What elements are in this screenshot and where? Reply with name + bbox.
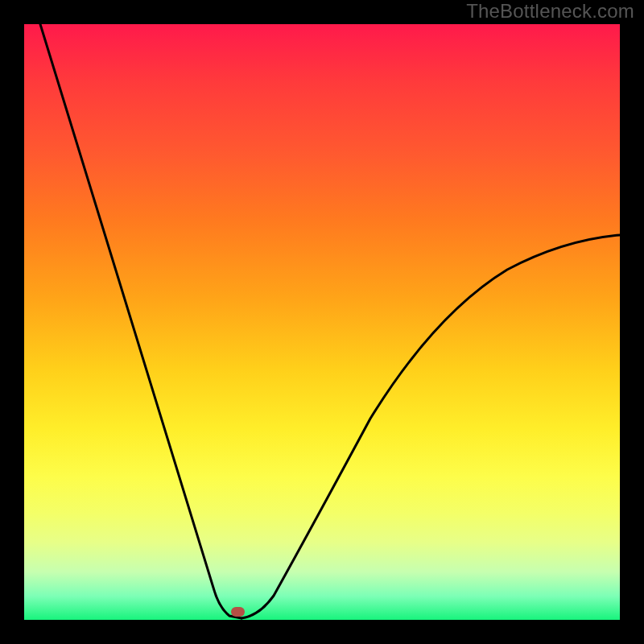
chart-container: TheBottleneck.com	[0, 0, 644, 644]
curve-right-branch	[242, 235, 620, 618]
curve-svg	[24, 24, 620, 620]
plot-area	[24, 24, 620, 620]
watermark-text: TheBottleneck.com	[466, 0, 634, 23]
curve-left-branch	[40, 24, 242, 618]
optimal-point-marker	[231, 607, 245, 617]
